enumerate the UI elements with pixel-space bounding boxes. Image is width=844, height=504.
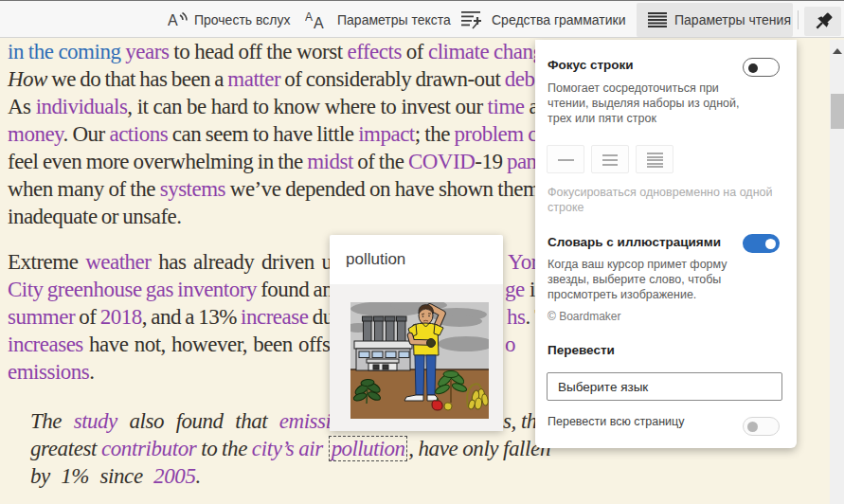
svg-text:A: A	[305, 10, 313, 24]
svg-text:A: A	[314, 15, 324, 31]
svg-text:A: A	[168, 12, 178, 28]
